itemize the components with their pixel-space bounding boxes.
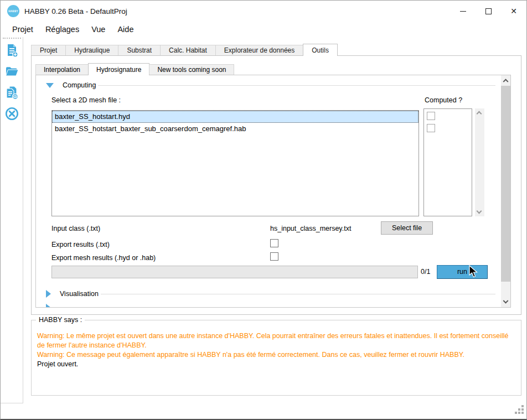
chevron-up-icon	[503, 79, 509, 84]
menu-reglages[interactable]: Réglages	[39, 23, 85, 35]
computed-checkbox-2[interactable]	[427, 124, 435, 132]
close-button[interactable]: ✕	[501, 1, 526, 22]
list-item-hab-file[interactable]: baxter_SS_hotstart_baxter_sub_coarserdom…	[52, 123, 418, 135]
minimize-icon	[460, 11, 466, 12]
window-controls: ✕	[450, 1, 526, 22]
habby-says-title: HABBY says :	[36, 316, 85, 324]
main-tab-bar: Projet Hydraulique Substrat Calc. Habita…	[31, 44, 521, 55]
left-toolbar	[1, 37, 23, 403]
toolbar-grip[interactable]	[3, 38, 21, 39]
logo-text: HABBY	[8, 10, 18, 13]
tab-projet[interactable]: Projet	[31, 45, 66, 55]
computed-checkbox-1[interactable]	[427, 112, 435, 120]
chevron-down-icon	[503, 298, 509, 304]
menu-aide[interactable]: Aide	[111, 23, 140, 35]
hydrosignature-scroll-area: Computing Select a 2D mesh file : Comput…	[35, 75, 511, 308]
select-file-button[interactable]: Select file	[381, 221, 433, 235]
log-messages: Warning: Le même projet est ouvert dans …	[37, 331, 513, 369]
subtab-new-tools[interactable]: New tools coming soon	[149, 64, 234, 75]
input-class-value: hs_input_class_mersey.txt	[270, 225, 351, 232]
tab-hydraulique[interactable]: Hydraulique	[65, 45, 118, 55]
tab-explorateur-de-donnees[interactable]: Explorateur de données	[215, 45, 303, 55]
menu-projet[interactable]: Projet	[6, 23, 39, 35]
scrollbar-up-button[interactable]	[501, 75, 510, 85]
computing-header[interactable]: Computing	[46, 81, 495, 89]
visualisation-title: Visualisation	[60, 290, 101, 298]
export-mesh-label: Export mesh results (.hyd or .hab)	[51, 254, 156, 262]
header-rule	[101, 294, 495, 294]
progress-count: 0/1	[421, 268, 430, 276]
vertical-scrollbar[interactable]	[501, 75, 510, 307]
scroll-down-icon[interactable]	[477, 209, 482, 214]
export-results-label: Export results (.txt)	[51, 241, 110, 248]
minimize-button[interactable]	[450, 1, 476, 22]
input-class-label: Input class (.txt)	[51, 225, 100, 232]
tab-substrat[interactable]: Substrat	[118, 45, 161, 55]
mesh-file-label: Select a 2D mesh file :	[51, 96, 121, 104]
computing-section: Computing Select a 2D mesh file : Comput…	[36, 75, 501, 307]
computed-label: Computed ?	[425, 96, 462, 104]
window-title: HABBY 0.26 Beta - DefaultProj	[24, 7, 127, 15]
visualisation-header[interactable]: Visualisation	[46, 290, 495, 298]
export-results-checkbox[interactable]	[270, 239, 278, 247]
mouse-cursor	[468, 265, 480, 281]
menu-vue[interactable]: Vue	[85, 23, 111, 35]
subtab-interpolation[interactable]: Interpolation	[35, 64, 89, 75]
progress-bar	[51, 266, 418, 278]
next-section-icon	[46, 304, 54, 308]
sub-tab-bar: Interpolation Hydrosignature New tools c…	[35, 63, 234, 75]
habby-logo-icon: HABBY	[7, 5, 19, 17]
menu-bar: Projet Réglages Vue Aide	[1, 22, 526, 37]
export-mesh-checkbox[interactable]	[270, 252, 278, 261]
log-message-warning-1: Warning: Le même projet est ouvert dans …	[37, 331, 513, 350]
log-message-warning-2: Warning: Ce message peut également appar…	[37, 350, 513, 360]
title-bar: HABBY HABBY 0.26 Beta - DefaultProj ✕	[1, 1, 526, 22]
log-message-info: Projet ouvert.	[37, 360, 513, 369]
maximize-button[interactable]	[476, 1, 501, 22]
main-tab-widget: Projet Hydraulique Substrat Calc. Habita…	[31, 44, 521, 315]
computed-scrollbar[interactable]	[475, 108, 484, 216]
computing-title: Computing	[63, 81, 98, 89]
mesh-file-list[interactable]: baxter_SS_hotstart.hyd baxter_SS_hotstar…	[51, 110, 419, 216]
outils-pane: Interpolation Hydrosignature New tools c…	[31, 55, 521, 315]
tab-outils[interactable]: Outils	[303, 44, 338, 56]
resize-grip-icon[interactable]	[515, 405, 524, 417]
collapse-collapsed-icon[interactable]	[46, 290, 51, 298]
subtab-hydrosignature[interactable]: Hydrosignature	[88, 63, 149, 75]
close-project-icon[interactable]	[4, 106, 19, 121]
close-icon: ✕	[510, 7, 517, 15]
header-rule	[98, 85, 495, 86]
scrollbar-thumb[interactable]	[501, 86, 510, 282]
list-item-hyd-file[interactable]: baxter_SS_hotstart.hyd	[52, 111, 418, 123]
open-project-icon[interactable]	[4, 64, 19, 79]
scrollbar-down-button[interactable]	[501, 298, 510, 307]
computed-list	[423, 108, 472, 216]
tab-calc-habitat[interactable]: Calc. Habitat	[160, 45, 216, 55]
app-window: HABBY HABBY 0.26 Beta - DefaultProj ✕ Pr…	[0, 0, 527, 420]
project-properties-icon[interactable]	[4, 85, 19, 100]
scroll-up-icon[interactable]	[477, 111, 482, 117]
collapse-expanded-icon[interactable]	[46, 83, 54, 88]
habby-says-groupbox: HABBY says : Warning: Le même projet est…	[31, 320, 521, 396]
maximize-icon	[485, 8, 492, 14]
new-project-icon[interactable]	[4, 43, 19, 58]
